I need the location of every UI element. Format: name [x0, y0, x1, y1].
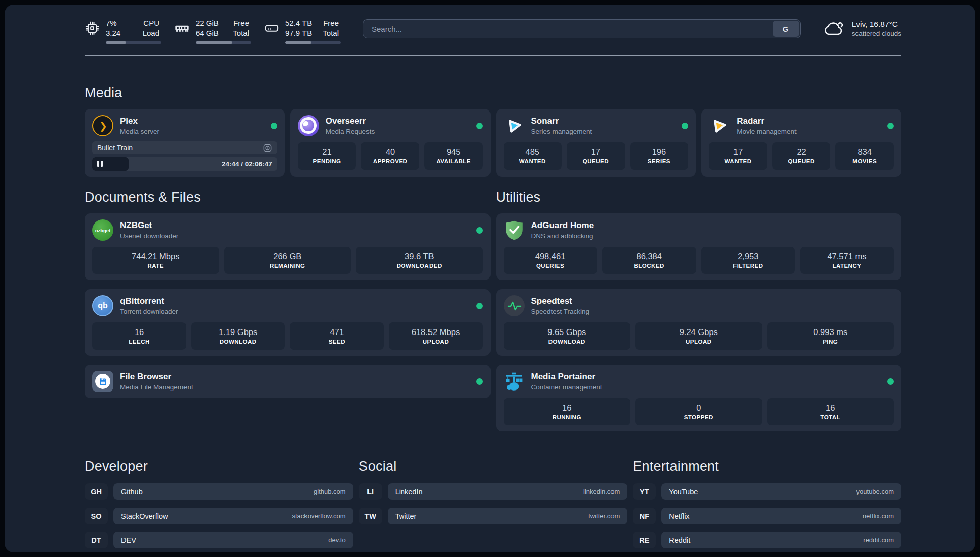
status-dot — [271, 123, 277, 129]
weather-location-temp: Lviv, 16.87°C — [852, 19, 901, 29]
memory-icon — [174, 21, 190, 36]
bookmark-stackoverflow[interactable]: SO StackOverflowstackoverflow.com — [85, 508, 353, 524]
bookmark-name: YouTube — [669, 488, 698, 496]
service-card-speedtest[interactable]: Speedtest Speedtest Tracking 9.65 GbpsDO… — [496, 289, 902, 356]
cpu-progress-bar — [106, 41, 161, 44]
service-card-plex[interactable]: ❯ Plex Media server Bullet Train — [85, 109, 285, 177]
bookmark-name: DEV — [121, 536, 136, 544]
weather-widget: Lviv, 16.87°C scattered clouds — [823, 19, 901, 38]
service-description: Torrent downloader — [120, 308, 470, 315]
top-bar: 7%3.24 CPULoad 22 GiB64 GiB FreeTotal — [85, 5, 901, 44]
bookmark-abbr: GH — [85, 483, 108, 500]
bookmark-group-developer: Developer GH Githubgithub.com SO StackOv… — [85, 459, 353, 548]
section-title-social: Social — [359, 459, 628, 474]
status-dot — [887, 123, 894, 129]
bookmark-abbr: DT — [85, 532, 108, 548]
bookmark-linkedin[interactable]: LI LinkedInlinkedin.com — [359, 483, 628, 500]
service-name: Plex — [120, 116, 264, 126]
status-dot — [476, 123, 483, 129]
bookmark-domain: linkedin.com — [583, 488, 620, 495]
stat-pending: 21PENDING — [298, 142, 356, 170]
bookmark-name: Twitter — [395, 512, 417, 520]
stat-upload: 9.24 GbpsUPLOAD — [635, 322, 762, 350]
bookmark-dev[interactable]: DT DEVdev.to — [85, 532, 353, 548]
service-card-overseerr[interactable]: Overseerr Media Requests 21PENDING 40APP… — [290, 109, 491, 177]
bookmark-group-entertainment: Entertainment YT YouTubeyoutube.com NF N… — [633, 459, 901, 548]
stat-queued: 17QUEUED — [567, 142, 625, 170]
bookmark-netflix[interactable]: NF Netflixnetflix.com — [633, 508, 901, 524]
bookmark-youtube[interactable]: YT YouTubeyoutube.com — [633, 483, 901, 500]
disk-icon — [264, 21, 279, 36]
stat-stopped: 0STOPPED — [635, 398, 762, 425]
memory-labels: FreeTotal — [229, 18, 249, 38]
service-description: Usenet downloader — [120, 232, 470, 240]
playback-time: 24:44 / 02:06:47 — [222, 160, 272, 168]
bookmark-abbr: LI — [359, 483, 382, 500]
bookmark-domain: github.com — [314, 488, 346, 495]
disk-values: 52.4 TB97.9 TB — [285, 18, 313, 38]
bookmark-abbr: RE — [633, 532, 656, 548]
memory-progress-fill — [196, 41, 232, 44]
service-card-filebrowser[interactable]: File Browser Media File Management — [85, 365, 491, 398]
stat-download: 1.19 GbpsDOWNLOAD — [191, 322, 285, 350]
bookmarks: Developer GH Githubgithub.com SO StackOv… — [85, 459, 901, 548]
bookmark-domain: reddit.com — [863, 536, 894, 544]
memory-stat: 22 GiB64 GiB FreeTotal — [174, 18, 251, 44]
memory-values: 22 GiB64 GiB — [196, 18, 223, 38]
search-provider-button[interactable]: G — [773, 21, 799, 37]
playback-progress: 24:44 / 02:06:47 — [92, 157, 277, 171]
service-card-sonarr[interactable]: Sonarr Series management 485WANTED 17QUE… — [496, 109, 696, 177]
bookmark-abbr: TW — [359, 508, 382, 524]
stat-latency: 47.571 msLATENCY — [800, 247, 894, 274]
bookmark-abbr: NF — [633, 508, 656, 524]
bookmark-name: LinkedIn — [395, 488, 423, 496]
service-name: qBittorrent — [120, 296, 470, 306]
stat-queries: 498,461QUERIES — [504, 247, 597, 274]
service-card-qbittorrent[interactable]: qb qBittorrent Torrent downloader 16LEEC… — [85, 289, 491, 356]
service-card-radarr[interactable]: Radarr Movie management 17WANTED 22QUEUE… — [701, 109, 901, 177]
section-title-entertainment: Entertainment — [633, 459, 901, 474]
radarr-icon — [709, 115, 730, 136]
bookmark-name: Netflix — [669, 512, 689, 520]
service-card-nzbget[interactable]: nzbget NZBGet Usenet downloader 744.21 M… — [85, 213, 491, 280]
bookmark-domain: twitter.com — [588, 512, 620, 520]
status-dot — [476, 378, 483, 385]
stat-total: 16TOTAL — [767, 398, 894, 425]
stat-remaining: 266 GBREMAINING — [224, 247, 351, 274]
media-type-icon — [263, 143, 272, 153]
service-description: Movie management — [737, 128, 881, 135]
service-card-adguard[interactable]: AdGuard Home DNS and adblocking 498,461Q… — [496, 213, 902, 280]
plex-icon: ❯ — [92, 115, 113, 136]
bookmark-reddit[interactable]: RE Redditreddit.com — [633, 532, 901, 548]
stat-downloaded: 39.6 TBDOWNLOADED — [356, 247, 483, 274]
stat-rate: 744.21 MbpsRATE — [92, 247, 219, 274]
weather-condition: scattered clouds — [852, 29, 901, 38]
service-card-portainer[interactable]: Media Portainer Container management 16R… — [496, 365, 902, 431]
stat-leech: 16LEECH — [92, 322, 186, 350]
bookmark-twitter[interactable]: TW Twittertwitter.com — [359, 508, 628, 524]
now-playing-row: Bullet Train — [92, 141, 277, 154]
bookmark-name: Github — [121, 488, 143, 496]
nzbget-icon: nzbget — [92, 219, 113, 241]
bookmark-domain: dev.to — [328, 536, 345, 544]
service-name: Speedtest — [531, 296, 894, 306]
service-description: Container management — [531, 383, 881, 391]
system-stats: 7%3.24 CPULoad 22 GiB64 GiB FreeTotal — [85, 18, 341, 44]
speedtest-icon — [504, 295, 525, 316]
service-name: Radarr — [737, 116, 881, 126]
stat-filtered: 2,953FILTERED — [701, 247, 795, 274]
service-description: Series management — [531, 128, 676, 135]
stat-seed: 471SEED — [290, 322, 384, 350]
bookmark-name: StackOverflow — [121, 512, 168, 520]
service-description: Media File Management — [120, 383, 470, 391]
bookmark-domain: youtube.com — [856, 488, 894, 495]
pause-icon[interactable] — [97, 161, 103, 167]
media-cards: ❯ Plex Media server Bullet Train — [85, 109, 901, 177]
bookmark-group-social: Social LI LinkedInlinkedin.com TW Twitte… — [359, 459, 628, 548]
memory-progress-bar — [196, 41, 251, 44]
search-input[interactable] — [363, 19, 801, 38]
documents-column: Documents & Files nzbget NZBGet Usenet d… — [85, 177, 491, 398]
overseerr-icon — [298, 115, 319, 136]
stat-wanted: 485WANTED — [504, 142, 562, 170]
bookmark-github[interactable]: GH Githubgithub.com — [85, 483, 353, 500]
